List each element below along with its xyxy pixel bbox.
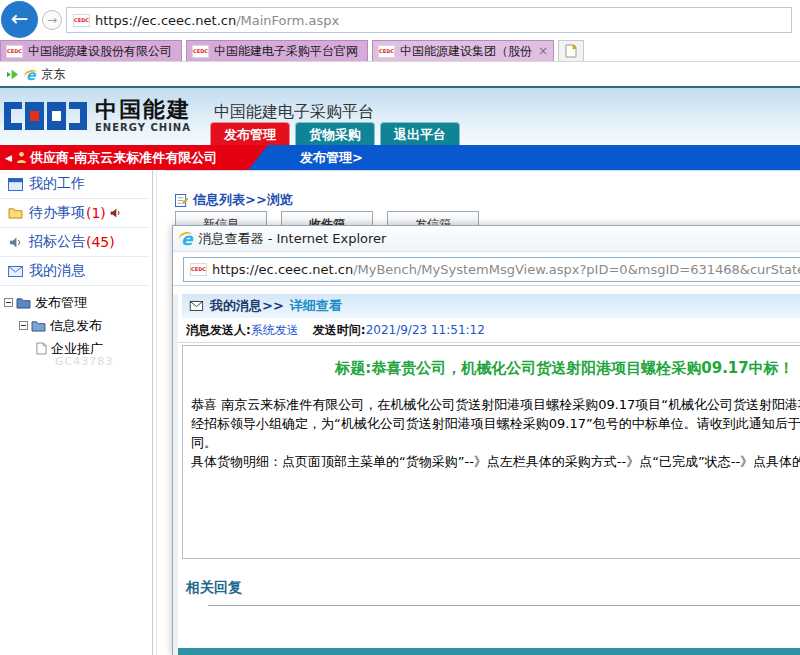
popup-content: 我的消息>> 详细查看 消息发送人: 系统发送 发送时间: 2021/9/23 … bbox=[173, 294, 800, 655]
ceec-logo-mark bbox=[4, 101, 87, 131]
back-button[interactable]: ← bbox=[1, 1, 38, 38]
site-header: 中国能建 ENERGY CHINA 中国能建电子采购平台 发布管理 货物采购 退… bbox=[0, 86, 800, 145]
ceec-favicon: CEDC bbox=[190, 263, 207, 276]
tree-node-info-publish[interactable]: 信息发布 bbox=[0, 314, 150, 337]
popup-window-title: 消息查看器 - Internet Explorer bbox=[199, 230, 387, 248]
envelope-icon bbox=[8, 266, 23, 277]
sidebar: 我的工作 待办事项 (1) 招标公告 (45) bbox=[0, 170, 150, 655]
time-value: 2021/9/23 11:51:12 bbox=[366, 323, 485, 337]
message-section-header: 我的消息>> 详细查看 bbox=[182, 294, 800, 318]
address-domain: https://ec.ceec.net.cn bbox=[95, 13, 236, 28]
forward-button[interactable]: → bbox=[42, 10, 62, 30]
platform-title: 中国能建电子采购平台 bbox=[214, 102, 374, 123]
address-bar[interactable]: CEDC https://ec.ceec.net.cn/MainForm.asp… bbox=[66, 7, 792, 33]
related-replies-title: 相关回复 bbox=[186, 579, 800, 597]
popup-url-domain: https://ec.ceec.net.cn bbox=[212, 262, 353, 277]
ceec-favicon: CEDC bbox=[192, 45, 209, 58]
detail-view-link[interactable]: 详细查看 bbox=[290, 297, 342, 315]
bid-notice-count: (45) bbox=[86, 234, 115, 250]
popup-address-row: CEDC https://ec.ceec.net.cn/MyBench/MySy… bbox=[173, 252, 800, 286]
folder-icon bbox=[31, 320, 46, 332]
sender-value: 系统发送 bbox=[251, 322, 299, 339]
browser-chrome: ← → CEDC https://ec.ceec.net.cn/MainForm… bbox=[0, 0, 800, 40]
sidebar-item-my-messages[interactable]: 我的消息 bbox=[0, 257, 150, 286]
favorites-item-jd[interactable]: 京东 bbox=[42, 66, 66, 83]
folder-icon bbox=[16, 297, 31, 309]
form-icon bbox=[175, 194, 188, 207]
page-icon bbox=[36, 342, 47, 355]
ceec-logo: 中国能建 ENERGY CHINA bbox=[4, 98, 191, 133]
sidebar-divider-inner bbox=[156, 170, 157, 655]
nav-tab-publish[interactable]: 发布管理 bbox=[210, 122, 290, 145]
sidebar-item-my-work[interactable]: 我的工作 bbox=[0, 170, 150, 199]
message-viewer-window: e 消息查看器 - Internet Explorer CEDC https:/… bbox=[172, 225, 800, 655]
nav-tab-exit[interactable]: 退出平台 bbox=[380, 122, 460, 145]
browser-tab-2[interactable]: CEDC 中国能建电子采购平台官网 bbox=[186, 40, 368, 61]
browser-window: ← → CEDC https://ec.ceec.net.cn/MainForm… bbox=[0, 0, 800, 655]
mail-icon bbox=[188, 300, 204, 312]
speaker-icon bbox=[8, 236, 23, 249]
sidebar-divider bbox=[152, 170, 153, 655]
section-title: 我的消息>> bbox=[210, 297, 284, 315]
collapse-arrow-icon[interactable]: ◀ bbox=[5, 153, 12, 163]
body-line: 具体货物明细：点页面顶部主菜单的“货物采购”--》点左栏具体的采购方式--》点“… bbox=[191, 452, 800, 471]
body-line: 恭喜 南京云来标准件有限公司，在机械化公司货送射阳港项目螺栓采购09.17项目“… bbox=[191, 395, 800, 414]
sidebar-item-todo[interactable]: 待办事项 (1) bbox=[0, 199, 150, 228]
popup-url-path: /MyBench/MySystemMsgView.aspx?pID=0&msgI… bbox=[353, 262, 800, 277]
speaker-icon bbox=[109, 207, 122, 219]
favorites-arrows-icon[interactable] bbox=[6, 68, 21, 81]
browser-tab-3-active[interactable]: CEDC 中国能源建设集团（股份）... × bbox=[372, 40, 554, 61]
list-header: 信息列表>>浏览 bbox=[175, 191, 293, 209]
ceec-favicon: CEDC bbox=[378, 45, 395, 58]
ceec-favicon: CEDC bbox=[6, 45, 23, 58]
ie-icon: e bbox=[181, 229, 193, 249]
nav-tab-goods[interactable]: 货物采购 bbox=[295, 122, 375, 145]
watermark: GC43783 bbox=[55, 355, 113, 368]
popup-bottom-strip bbox=[178, 648, 800, 655]
breadcrumb-banner: ◀ 供应商-南京云来标准件有限公司 发布管理> bbox=[0, 145, 800, 170]
popup-title-bar[interactable]: e 消息查看器 - Internet Explorer bbox=[173, 226, 800, 252]
folder-open-icon bbox=[8, 207, 23, 219]
body-line: 同。 bbox=[191, 433, 800, 452]
ie-page-icon: e bbox=[26, 67, 36, 83]
tree-collapse-icon[interactable] bbox=[19, 321, 28, 330]
body-line: 经招标领导小组确定，为“机械化公司货送射阳港项目螺栓采购09.17”包号的中标单… bbox=[191, 414, 800, 433]
ceec-favicon: CEDC bbox=[73, 14, 90, 27]
logo-text-cn: 中国能建 bbox=[95, 98, 191, 122]
breadcrumb[interactable]: 发布管理> bbox=[300, 145, 363, 170]
todo-count: (1) bbox=[86, 205, 106, 221]
supplier-name: 供应商-南京云来标准件有限公司 bbox=[30, 149, 217, 167]
address-path: /MainForm.aspx bbox=[236, 13, 339, 28]
sidebar-tree: 发布管理 信息发布 企业推广 bbox=[0, 291, 150, 360]
person-icon bbox=[16, 151, 27, 164]
sender-label: 消息发送人: bbox=[186, 322, 251, 339]
message-body: 恭喜 南京云来标准件有限公司，在机械化公司货送射阳港项目螺栓采购09.17项目“… bbox=[191, 395, 800, 471]
new-tab-button[interactable] bbox=[558, 40, 584, 61]
time-label: 发送时间: bbox=[313, 322, 366, 339]
supplier-badge: ◀ 供应商-南京云来标准件有限公司 bbox=[0, 145, 268, 170]
close-tab-icon[interactable]: × bbox=[538, 44, 548, 58]
favorites-bar: e 京东 bbox=[0, 63, 800, 86]
tree-collapse-icon[interactable] bbox=[4, 298, 13, 307]
related-replies-divider bbox=[208, 605, 800, 606]
popup-address-bar[interactable]: CEDC https://ec.ceec.net.cn/MyBench/MySy… bbox=[183, 257, 800, 282]
logo-text-en: ENERGY CHINA bbox=[95, 122, 191, 133]
message-body-box: 标题:恭喜贵公司，机械化公司货送射阳港项目螺栓采购09.17中标！ 恭喜 南京云… bbox=[182, 345, 800, 559]
window-icon bbox=[8, 178, 23, 191]
new-tab-page-icon bbox=[565, 44, 577, 58]
message-meta-row: 消息发送人: 系统发送 发送时间: 2021/9/23 11:51:12 bbox=[178, 318, 800, 343]
tab-bar: CEDC 中国能源建设股份有限公司 CEDC 中国能建电子采购平台官网 CEDC… bbox=[0, 40, 800, 62]
browser-tab-1[interactable]: CEDC 中国能源建设股份有限公司 bbox=[0, 40, 182, 61]
tree-node-publish[interactable]: 发布管理 bbox=[0, 291, 150, 314]
main-nav: 发布管理 货物采购 退出平台 bbox=[210, 122, 465, 145]
sidebar-item-bid-notice[interactable]: 招标公告 (45) bbox=[0, 228, 150, 257]
message-title: 标题:恭喜贵公司，机械化公司货送射阳港项目螺栓采购09.17中标！ bbox=[183, 359, 800, 378]
